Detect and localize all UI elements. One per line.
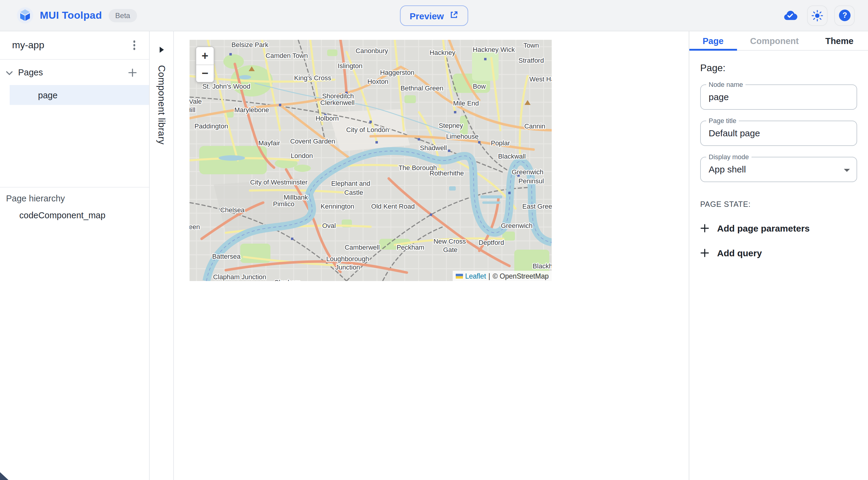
map-place-label: Clapham: [274, 279, 301, 281]
tab-theme[interactable]: Theme: [812, 31, 867, 50]
map-place-label: St. John's Wood: [202, 82, 250, 90]
map-place-label: Stepney: [439, 122, 463, 129]
map-place-label: Camden Town: [266, 52, 308, 59]
open-in-new-icon: [450, 10, 459, 21]
map-place-label: Limehouse: [446, 133, 479, 140]
cloud-saved-icon[interactable]: [780, 5, 800, 26]
sidebar-spacer: [0, 105, 149, 187]
inspector-panel: Page Component Theme Page: Node name pag…: [689, 31, 868, 480]
hierarchy-item-code-component[interactable]: codeComponent_map: [6, 210, 149, 220]
map-place-label: West Ha: [529, 75, 552, 83]
map-place-label: Greenwich: [501, 222, 532, 230]
map-place-label: New Cross: [433, 238, 466, 245]
node-name-value[interactable]: page: [701, 85, 857, 109]
add-page-icon[interactable]: [126, 65, 140, 79]
help-icon[interactable]: ?: [834, 5, 855, 26]
page-title-field[interactable]: Page title Default page: [700, 121, 857, 146]
map-place-label: Kennington: [320, 203, 354, 210]
app-body: my-app Pages page Page hierarchy codeCom…: [0, 31, 868, 480]
map-place-label: Clerkenwell: [320, 99, 354, 106]
page-state-heading: PAGE STATE:: [700, 200, 857, 209]
map-svg[interactable]: Belsize ParkCamden TownCanonburyHackneyH…: [189, 40, 552, 281]
map-place-label: Bow: [473, 82, 486, 90]
map-place-label: Green: [189, 223, 200, 231]
map-place-label: Shadwell: [420, 144, 447, 152]
map-place-label: Old Kent Road: [371, 203, 415, 210]
map-component[interactable]: Belsize ParkCamden TownCanonburyHackneyH…: [189, 40, 552, 281]
map-place-label: Loughborough: [326, 255, 369, 263]
map-place-label: Haggerston: [380, 69, 414, 76]
corner-artifact: [0, 472, 8, 480]
pages-section-header[interactable]: Pages: [0, 60, 149, 85]
add-query-button[interactable]: Add query: [700, 248, 857, 258]
add-page-parameters-button[interactable]: Add page parameters: [700, 223, 857, 233]
map-place-label: Belsize Park: [231, 41, 269, 48]
map-place-label: King's Cross: [294, 74, 331, 82]
map-place-label: Marylebone: [235, 106, 269, 114]
map-place-label: Mayfair: [258, 139, 280, 147]
page-heading: Page:: [700, 63, 857, 74]
map-place-label: Clapham Junction: [213, 273, 266, 281]
plus-icon: [700, 224, 709, 233]
select-caret-icon: [844, 169, 850, 172]
left-sidebar: my-app Pages page Page hierarchy codeCom…: [0, 31, 150, 480]
map-place-label: Junction: [335, 264, 360, 271]
openstreetmap-link[interactable]: © OpenStreetMap: [493, 272, 549, 279]
map-place-label: Peninsul: [519, 177, 544, 185]
tab-component[interactable]: Component: [737, 31, 812, 50]
map-place-label: Town: [523, 42, 539, 49]
editor-canvas[interactable]: Belsize ParkCamden TownCanonburyHackneyH…: [174, 31, 689, 480]
add-query-label: Add query: [717, 248, 762, 258]
node-name-field[interactable]: Node name page: [700, 84, 857, 110]
header-actions: ?: [780, 5, 855, 26]
map-place-label: Mile End: [453, 100, 479, 107]
node-name-label: Node name: [706, 81, 745, 88]
light-mode-toggle-icon[interactable]: [807, 5, 828, 26]
map-place-label: Blackwall: [498, 152, 526, 160]
zoom-in-button[interactable]: +: [196, 47, 214, 65]
app-menu-kebab-icon[interactable]: [129, 37, 139, 54]
component-library-panel[interactable]: Component library: [150, 31, 174, 480]
map-place-label: Poplar: [491, 139, 510, 147]
app-title-row: my-app: [0, 31, 149, 60]
preview-button-label: Preview: [409, 10, 444, 21]
zoom-out-button[interactable]: −: [196, 65, 214, 82]
chevron-down-icon[interactable]: [6, 67, 13, 78]
map-place-label: Blackhe: [533, 262, 552, 270]
expand-right-icon[interactable]: [159, 45, 164, 56]
toolpad-logo-icon[interactable]: [17, 7, 33, 24]
map-place-label: Holborn: [315, 114, 339, 122]
sidebar-item-page[interactable]: page: [10, 85, 149, 105]
map-place-label: Camberwell: [345, 244, 380, 251]
map-place-label: Oval: [322, 222, 336, 230]
tab-page[interactable]: Page: [689, 31, 737, 50]
page-item-label: page: [38, 90, 58, 100]
plus-icon: [700, 248, 709, 258]
map-place-label: Hackney Wick: [473, 46, 515, 54]
map-place-label: Cannin: [524, 123, 546, 130]
leaflet-link[interactable]: Leaflet: [465, 272, 486, 279]
page-title-value[interactable]: Default page: [701, 121, 857, 145]
map-place-label: Islington: [338, 62, 363, 70]
map-place-label: Elephant and: [331, 180, 370, 187]
map-place-label: Hill: [189, 106, 195, 114]
component-library-label: Component library: [156, 65, 167, 145]
app-title[interactable]: MUI Toolpad: [40, 9, 102, 22]
map-place-label: City of Westminster: [250, 178, 308, 186]
map-place-label: Battersea: [212, 253, 241, 260]
display-mode-select[interactable]: Display mode App shell: [700, 157, 857, 182]
page-hierarchy-section: Page hierarchy codeComponent_map: [0, 187, 149, 480]
map-place-label: Canonbury: [355, 47, 388, 55]
map-place-label: Hackney: [430, 49, 456, 57]
pages-section-label: Pages: [18, 68, 43, 77]
app-window: MUI Toolpad Beta Preview: [0, 0, 868, 480]
map-place-label: Gate: [443, 246, 458, 253]
map-place-label: Covent Garden: [290, 137, 335, 145]
map-place-label: Bethnal Green: [401, 84, 443, 92]
preview-button[interactable]: Preview: [400, 5, 468, 26]
map-place-label: East Gree: [522, 203, 552, 210]
inspector-tabs: Page Component Theme: [689, 31, 868, 50]
map-place-label: London: [291, 152, 313, 160]
map-place-label: Pimlico: [273, 200, 294, 208]
ukraine-flag-icon: [456, 272, 463, 279]
